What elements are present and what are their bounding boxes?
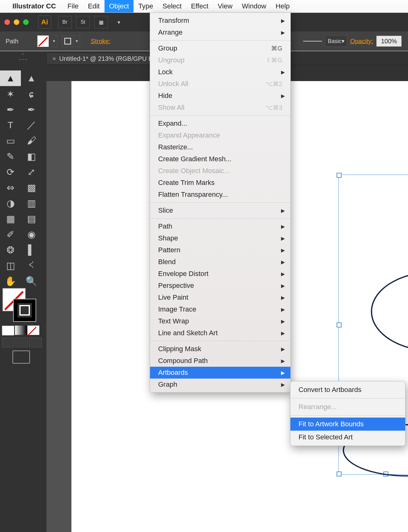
mesh-tool[interactable]: ▦ [0, 211, 21, 226]
eraser-tool[interactable]: ◧ [21, 148, 42, 164]
menu-item-graph[interactable]: Graph▶ [150, 379, 290, 390]
handle-bl[interactable] [337, 472, 342, 476]
menu-object[interactable]: Object [104, 0, 134, 12]
menu-item-arrange[interactable]: Arrange▶ [150, 27, 290, 38]
menu-item-hide[interactable]: Hide▶ [150, 90, 290, 102]
menu-item-compound-path[interactable]: Compound Path▶ [150, 355, 290, 367]
submenu-item-fit-to-artwork-bounds[interactable]: Fit to Artwork Bounds [290, 418, 405, 431]
type-tool[interactable]: T [0, 117, 21, 133]
mac-menubar: Illustrator CC File Edit Object Type Sel… [0, 0, 408, 13]
more-icon[interactable]: ▾ [112, 16, 125, 28]
menu-effect[interactable]: Effect [186, 0, 213, 12]
menu-view[interactable]: View [213, 0, 237, 12]
selection-type-label: Path [6, 38, 18, 45]
shape-builder-tool[interactable]: ◑ [0, 195, 21, 211]
menu-select[interactable]: Select [158, 0, 186, 12]
menu-item-lock[interactable]: Lock▶ [150, 66, 290, 78]
menu-item-create-gradient-mesh-[interactable]: Create Gradient Mesh... [150, 153, 290, 165]
direct-selection-tool[interactable]: ▲ [21, 70, 42, 86]
handle-ml[interactable] [337, 322, 342, 327]
symbol-sprayer-tool[interactable]: ❂ [0, 242, 21, 258]
menu-item-text-wrap[interactable]: Text Wrap▶ [150, 315, 290, 327]
submenu-arrow-icon: ▶ [281, 30, 285, 36]
stock-button[interactable]: St [76, 16, 90, 28]
menu-item-live-paint[interactable]: Live Paint▶ [150, 292, 290, 303]
stroke-label[interactable]: Stroke: [91, 38, 110, 45]
magic-wand-tool[interactable]: ✶ [0, 86, 21, 102]
menu-item-perspective[interactable]: Perspective▶ [150, 280, 290, 292]
fill-swatch[interactable] [37, 35, 49, 47]
menu-item-unlock-all: Unlock All⌥⌘2 [150, 78, 290, 90]
selection-tool[interactable]: ▲ [0, 70, 21, 86]
gradient-tool[interactable]: ▤ [21, 211, 42, 226]
menu-item-shape[interactable]: Shape▶ [150, 232, 290, 244]
panel-grip-icon[interactable]: « [0, 51, 46, 57]
color-mode-solid[interactable] [2, 326, 14, 336]
submenu-item-convert-to-artboards[interactable]: Convert to Artboards [290, 383, 405, 396]
handle-tl[interactable] [337, 173, 342, 178]
bridge-button[interactable]: Br [58, 16, 72, 28]
curvature-tool[interactable]: ✒ [21, 102, 42, 117]
menu-item-create-trim-marks[interactable]: Create Trim Marks [150, 177, 290, 189]
menu-item-transform[interactable]: Transform▶ [150, 15, 290, 27]
hand-tool[interactable]: ✋ [0, 273, 21, 289]
column-graph-tool[interactable]: ▌ [21, 242, 42, 258]
menu-item-path[interactable]: Path▶ [150, 220, 290, 232]
menu-window[interactable]: Window [237, 0, 271, 12]
submenu-item-fit-to-selected-art[interactable]: Fit to Selected Art [290, 431, 405, 444]
menu-item-clipping-mask[interactable]: Clipping Mask▶ [150, 343, 290, 355]
perspective-grid-tool[interactable]: ▥ [21, 195, 42, 211]
scale-tool[interactable]: ⤢ [21, 164, 42, 180]
menu-item-flatten-transparency-[interactable]: Flatten Transparency... [150, 189, 290, 201]
panel-grip2-icon[interactable]: ┉┉┉ [0, 57, 46, 62]
paintbrush-tool[interactable]: 🖌 [21, 133, 42, 148]
menu-item-rasterize-[interactable]: Rasterize... [150, 141, 290, 153]
menu-item-slice[interactable]: Slice▶ [150, 205, 290, 216]
fill-stroke-control[interactable] [2, 288, 36, 322]
color-mode-none[interactable] [27, 326, 39, 335]
artboard-tool[interactable]: ◫ [0, 258, 21, 273]
menu-item-image-trace[interactable]: Image Trace▶ [150, 303, 290, 315]
rotate-tool[interactable]: ⟳ [0, 164, 21, 180]
menu-item-pattern[interactable]: Pattern▶ [150, 244, 290, 256]
width-tool[interactable]: ⇔ [0, 180, 21, 195]
draw-inside[interactable] [29, 337, 42, 347]
close-tab-icon[interactable]: × [52, 55, 56, 62]
menu-type[interactable]: Type [134, 0, 158, 12]
line-tool[interactable]: ／ [21, 117, 42, 133]
menu-edit[interactable]: Edit [83, 0, 104, 12]
opacity-label[interactable]: Opacity: [350, 38, 373, 45]
stroke-dropdown[interactable]: ▼ [74, 35, 80, 47]
menu-item-group[interactable]: Group⌘G [150, 42, 290, 54]
menu-item-line-and-sketch-art[interactable]: Line and Sketch Art▶ [150, 327, 290, 339]
color-mode-gradient[interactable] [15, 326, 27, 335]
screen-mode-button[interactable] [12, 351, 30, 364]
menu-item-blend[interactable]: Blend▶ [150, 256, 290, 268]
fill-dropdown[interactable]: ▼ [51, 35, 57, 47]
blend-tool[interactable]: ◉ [21, 226, 42, 242]
graphic-style-select[interactable]: Basic ▾ [325, 36, 347, 47]
eyedropper-tool[interactable]: ✐ [0, 226, 21, 242]
opacity-field[interactable]: 100% [376, 36, 402, 47]
close-window-button[interactable] [4, 19, 10, 25]
menu-item-envelope-distort[interactable]: Envelope Distort▶ [150, 268, 290, 280]
draw-normal[interactable] [2, 337, 14, 347]
menu-item-expand-[interactable]: Expand... [150, 118, 290, 129]
free-transform-tool[interactable]: ▩ [21, 180, 42, 195]
zoom-window-button[interactable] [23, 19, 29, 25]
menu-file[interactable]: File [63, 0, 83, 12]
stroke-indicator[interactable] [13, 299, 36, 322]
minimize-window-button[interactable] [14, 19, 19, 25]
menu-help[interactable]: Help [271, 0, 294, 12]
pen-tool[interactable]: ✒ [0, 102, 21, 117]
zoom-tool[interactable]: 🔍 [21, 273, 42, 289]
menu-item-artboards[interactable]: Artboards▶ [150, 367, 290, 379]
stroke-swatch[interactable] [62, 35, 74, 47]
slice-tool[interactable]: ⧼ [21, 258, 42, 273]
arrange-documents-button[interactable]: ▦ [94, 16, 108, 28]
draw-behind[interactable] [16, 337, 28, 347]
lasso-tool[interactable]: ɕ [21, 86, 42, 102]
rectangle-tool[interactable]: ▭ [0, 133, 21, 148]
pencil-tool[interactable]: ✎ [0, 148, 21, 164]
submenu-arrow-icon: ▶ [281, 295, 285, 301]
